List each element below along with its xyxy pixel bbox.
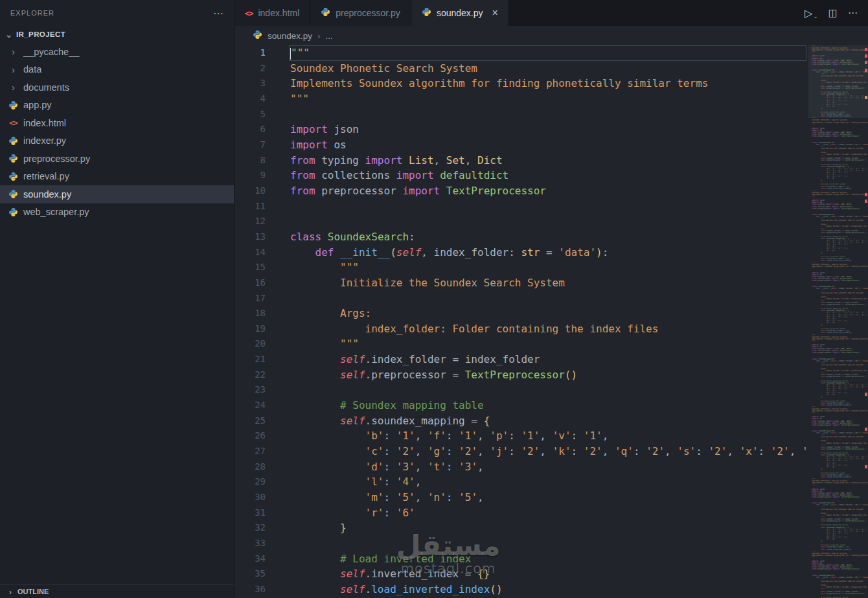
line-number[interactable]: 36 <box>234 582 266 597</box>
code-line[interactable]: 10from preprocessor import TextPreproces… <box>234 183 808 199</box>
line-number[interactable]: 22 <box>234 367 266 383</box>
code-lines[interactable]: 1"""2Soundex Phonetic Search System3Impl… <box>234 45 808 598</box>
code-line[interactable]: 13class SoundexSearch: <box>234 229 808 245</box>
tree-file-index-html[interactable]: <>index.html <box>0 114 234 132</box>
code-line[interactable]: 4""" <box>234 91 808 107</box>
editor-more-icon[interactable]: ⋯ <box>848 7 858 19</box>
line-number[interactable]: 32 <box>234 520 266 536</box>
line-number[interactable]: 10 <box>234 183 266 199</box>
code-line[interactable]: 28 'd': '3', 't': '3', <box>234 459 808 475</box>
line-number[interactable]: 4 <box>234 91 266 107</box>
line-number[interactable]: 35 <box>234 566 266 582</box>
tab-index-html[interactable]: <>index.html <box>234 0 310 26</box>
code-line[interactable]: 25 self.soundex_mapping = { <box>234 413 808 429</box>
line-number[interactable]: 2 <box>234 61 266 76</box>
code-line[interactable]: 20 """ <box>234 336 808 352</box>
line-number[interactable]: 23 <box>234 382 266 398</box>
line-number[interactable]: 9 <box>234 168 266 183</box>
code-line[interactable]: 22 self.preprocessor = TextPreprocessor(… <box>234 367 808 383</box>
line-number[interactable]: 5 <box>234 107 266 122</box>
code-line[interactable]: 6import json <box>234 122 808 137</box>
line-number[interactable]: 33 <box>234 536 266 551</box>
line-number[interactable]: 24 <box>234 398 266 413</box>
code-line[interactable]: 30 'm': '5', 'n': '5', <box>234 490 808 505</box>
line-number[interactable]: 11 <box>234 199 266 214</box>
tree-folder-documents[interactable]: ›documents <box>0 78 234 97</box>
line-number[interactable]: 16 <box>234 275 266 291</box>
code-line[interactable]: 1""" <box>234 45 808 61</box>
line-number[interactable]: 8 <box>234 153 266 168</box>
close-tab-icon[interactable]: × <box>492 7 497 19</box>
code-line[interactable]: 26 'b': '1', 'f': '1', 'p': '1', 'v': '1… <box>234 428 808 444</box>
tree-folder--pycache-[interactable]: ›__pycache__ <box>0 43 234 61</box>
code-line[interactable]: 21 self.index_folder = index_folder <box>234 352 808 367</box>
line-number[interactable]: 26 <box>234 428 266 444</box>
tree-file-web-scraper-py[interactable]: web_scraper.py <box>0 203 234 222</box>
code-line[interactable]: 5 <box>234 107 808 122</box>
code-line[interactable]: 23 <box>234 382 808 398</box>
line-number[interactable]: 3 <box>234 76 266 91</box>
line-number[interactable]: 28 <box>234 459 266 475</box>
code-line[interactable]: 36 self.load_inverted_index() <box>234 582 808 597</box>
code-line[interactable]: 12 <box>234 214 808 229</box>
tree-file-app-py[interactable]: app.py <box>0 97 234 115</box>
split-editor-icon[interactable]: ◫ <box>828 7 838 19</box>
tree-folder-data[interactable]: ›data <box>0 61 234 79</box>
line-content <box>290 536 808 551</box>
run-button[interactable]: ▷⌄ <box>805 7 818 19</box>
line-number[interactable]: 19 <box>234 321 266 337</box>
tab-soundex-py[interactable]: soundex.py× <box>411 0 509 26</box>
explorer-more-icon[interactable]: ⋯ <box>213 7 223 19</box>
tree-file-indexer-py[interactable]: indexer.py <box>0 132 234 150</box>
line-number[interactable]: 13 <box>234 229 266 245</box>
minimap[interactable]: """Soundex Phonetic Search SystemImpleme… <box>808 45 868 598</box>
line-number[interactable]: 20 <box>234 336 266 352</box>
code-line[interactable]: 33 <box>234 536 808 551</box>
code-line[interactable]: 7import os <box>234 137 808 153</box>
line-number[interactable]: 27 <box>234 444 266 459</box>
code-line[interactable]: 9from collections import defaultdict <box>234 168 808 183</box>
code-line[interactable]: 29 'l': '4', <box>234 474 808 490</box>
breadcrumb-more[interactable]: ... <box>326 31 333 41</box>
line-number[interactable]: 1 <box>234 45 266 61</box>
code-line[interactable]: 24 # Soundex mapping table <box>234 398 808 413</box>
code-line[interactable]: 35 self.inverted_index = {} <box>234 566 808 582</box>
line-number[interactable]: 6 <box>234 122 266 137</box>
code-token: # Load inverted index <box>340 553 471 565</box>
line-number[interactable]: 15 <box>234 260 266 275</box>
line-number[interactable]: 21 <box>234 352 266 367</box>
code-line[interactable]: 18 Args: <box>234 306 808 321</box>
line-number[interactable]: 34 <box>234 551 266 567</box>
line-number[interactable]: 29 <box>234 474 266 490</box>
outline-section[interactable]: › OUTLINE <box>0 584 234 598</box>
project-root-item[interactable]: ⌄ IR_PROJECT <box>0 26 234 43</box>
breadcrumb-file[interactable]: soundex.py <box>268 31 312 41</box>
line-number[interactable]: 18 <box>234 306 266 321</box>
code-token: 'k' <box>553 445 571 457</box>
code-line[interactable]: 16 Initialize the Soundex Search System <box>234 275 808 291</box>
tree-file-preprocessor-py[interactable]: preprocessor.py <box>0 150 234 168</box>
code-line[interactable]: 27 'c': '2', 'g': '2', 'j': '2', 'k': '2… <box>234 444 808 459</box>
line-number[interactable]: 31 <box>234 505 266 521</box>
code-line[interactable]: 15 """ <box>234 260 808 275</box>
line-number[interactable]: 14 <box>234 245 266 260</box>
line-number[interactable]: 25 <box>234 413 266 429</box>
line-number[interactable]: 17 <box>234 291 266 306</box>
line-number[interactable]: 12 <box>234 214 266 229</box>
code-line[interactable]: 19 index_folder: Folder containing the i… <box>234 321 808 337</box>
code-line[interactable]: 3Implements Soundex algorithm for findin… <box>234 76 808 91</box>
code-line[interactable]: 17 <box>234 291 808 306</box>
tab-preprocessor-py[interactable]: preprocessor.py <box>310 0 411 26</box>
tree-file-retrieval-py[interactable]: retrieval.py <box>0 168 234 186</box>
code-line[interactable]: 34 # Load inverted index <box>234 551 808 567</box>
code-line[interactable]: 31 'r': '6' <box>234 505 808 521</box>
code-line[interactable]: 8from typing import List, Set, Dict <box>234 153 808 168</box>
code-line[interactable]: 32 } <box>234 520 808 536</box>
line-number[interactable]: 30 <box>234 490 266 505</box>
code-line[interactable]: 11 <box>234 199 808 214</box>
tree-file-soundex-py[interactable]: soundex.py <box>0 185 234 203</box>
code-line[interactable]: 2Soundex Phonetic Search System <box>234 61 808 76</box>
code-line[interactable]: 14 def __init__(self, index_folder: str … <box>234 245 808 260</box>
code-token: """ <box>290 93 309 105</box>
line-number[interactable]: 7 <box>234 137 266 153</box>
